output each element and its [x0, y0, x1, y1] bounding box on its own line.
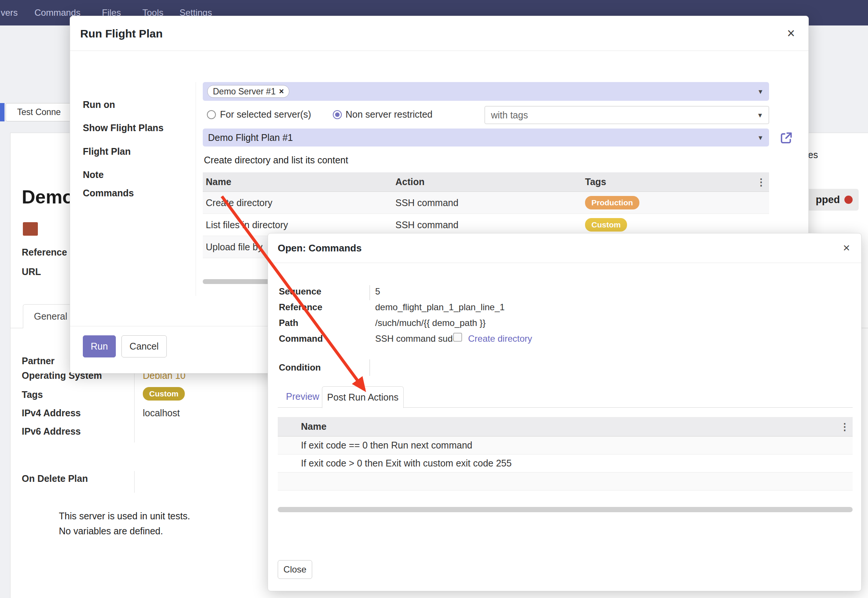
server-color-swatch[interactable] [23, 222, 38, 236]
server-title: Demo [22, 186, 74, 208]
server-tag-label: Demo Server #1 [213, 87, 275, 97]
path-label: Path [279, 318, 298, 328]
with-tags-select[interactable]: with tags ▾ [485, 106, 769, 124]
commands-label: Commands [83, 188, 134, 199]
run-button[interactable]: Run [83, 335, 116, 357]
path-value: /such/much/{{ demo_path }} [375, 318, 486, 328]
radio-selected-servers[interactable] [207, 110, 216, 119]
tab-post-run-actions[interactable]: Post Run Actions [322, 386, 404, 408]
kebab-menu-icon[interactable]: ⋮ [840, 421, 850, 432]
primary-button-edge[interactable] [0, 103, 4, 121]
ipv4-value: localhost [143, 408, 180, 419]
command-label: Command [279, 333, 323, 344]
partner-label: Partner [22, 356, 55, 366]
table-header: Name Action Tags ⋮ [203, 172, 769, 192]
external-link-icon[interactable] [780, 132, 793, 144]
status-dot [844, 196, 853, 204]
col-action[interactable]: Action [395, 176, 585, 187]
test-connection-button[interactable]: Test Conne [6, 103, 72, 121]
note-label: Note [83, 169, 104, 180]
field-divider [370, 359, 370, 376]
radio-non-server-restricted-label[interactable]: Non server restricted [346, 109, 433, 120]
cancel-button[interactable]: Cancel [121, 335, 167, 357]
header-divider [268, 263, 861, 263]
field-divider [370, 285, 370, 300]
server-tag-pill[interactable]: Demo Server #1 × [207, 85, 289, 98]
note-value: Create directory and list its content [204, 155, 348, 166]
command-value: SSH command sudo [375, 333, 458, 344]
url-label: URL [22, 266, 41, 277]
with-tags-placeholder: with tags [491, 110, 528, 121]
horizontal-scrollbar-thumb[interactable] [278, 507, 853, 512]
col-tags[interactable]: Tags [585, 176, 769, 187]
tab-preview[interactable]: Preview [286, 391, 319, 402]
col-name[interactable]: Name [206, 176, 395, 187]
table-row[interactable]: If exit code > 0 then Exit with custom e… [278, 454, 853, 472]
table-header: Name ⋮ [278, 417, 853, 437]
on-delete-plan-label: On Delete Plan [22, 473, 88, 484]
modal-title: Open: Commands [278, 242, 362, 254]
radio-non-server-restricted[interactable] [333, 110, 342, 119]
header-divider [70, 51, 808, 51]
remove-tag-icon[interactable]: × [279, 87, 284, 96]
caret-down-icon[interactable]: ▾ [758, 111, 762, 120]
table-row-empty[interactable] [278, 472, 853, 490]
reference-label: Reference [279, 302, 322, 312]
table-row[interactable]: If exit code == 0 then Run next command [278, 437, 853, 454]
sequence-label: Sequence [279, 286, 321, 297]
table-row[interactable]: Create directory SSH command Production [203, 192, 769, 214]
post-run-actions-table: Name ⋮ If exit code == 0 then Run next c… [278, 417, 853, 490]
close-icon[interactable]: × [787, 27, 795, 40]
label-column-divider [196, 82, 196, 296]
info-line: No variables are defined. [59, 526, 163, 537]
modal-title: Run Flight Plan [80, 27, 163, 40]
cell-name: List files in directory [206, 220, 395, 230]
field-divider [134, 471, 135, 493]
flight-plan-select[interactable]: Demo Flight Plan #1 ▾ [203, 129, 769, 147]
create-directory-checkbox[interactable] [453, 333, 462, 342]
run-on-label: Run on [83, 99, 115, 110]
condition-label: Condition [279, 362, 321, 373]
caret-down-icon[interactable]: ▾ [759, 87, 762, 96]
status-text: pped [816, 194, 840, 206]
tag-custom-badge[interactable]: Custom [143, 387, 185, 401]
flight-plan-value: Demo Flight Plan #1 [208, 132, 293, 143]
info-line: This server is used in unit tests. [59, 511, 190, 522]
create-directory-link[interactable]: Create directory [468, 333, 532, 344]
run-on-select[interactable]: Demo Server #1 × ▾ [203, 82, 769, 101]
kebab-menu-icon[interactable]: ⋮ [756, 176, 766, 188]
cell-name: If exit code > 0 then Exit with custom e… [301, 458, 853, 469]
screen: vers Commands Files Tools Settings Test … [0, 0, 868, 598]
caret-down-icon[interactable]: ▾ [759, 133, 762, 142]
cell-action: SSH command [395, 197, 585, 208]
nav-item-servers[interactable]: vers [1, 7, 18, 18]
cell-name: Create directory [206, 197, 395, 208]
open-commands-modal: Open: Commands × Sequence 5 Reference de… [268, 233, 862, 591]
tag-production-badge: Production [585, 196, 639, 209]
tags-label: Tags [22, 389, 43, 400]
partial-text: es [808, 150, 818, 160]
ipv6-label: IPv6 Address [22, 426, 81, 437]
tag-custom-badge: Custom [585, 218, 627, 232]
col-name[interactable]: Name [301, 421, 853, 432]
close-button[interactable]: Close [278, 560, 312, 579]
cell-name: If exit code == 0 then Run next command [301, 440, 853, 451]
radio-selected-servers-label[interactable]: For selected server(s) [220, 109, 311, 120]
flight-plan-label: Flight Plan [83, 146, 131, 157]
show-flight-plans-label: Show Flight Plans [83, 123, 163, 133]
ipv4-label: IPv4 Address [22, 408, 81, 419]
cell-action: SSH command [395, 220, 585, 230]
sequence-value: 5 [375, 286, 380, 297]
close-icon[interactable]: × [843, 242, 850, 254]
reference-label: Reference [22, 247, 67, 258]
reference-value: demo_flight_plan_1_plan_line_1 [375, 302, 505, 312]
